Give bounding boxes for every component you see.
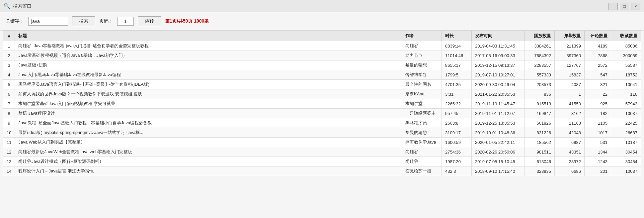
cell-pubtime: 2019-07-10 19:27:01 (472, 70, 525, 80)
cell-num: 6 (3, 89, 15, 99)
cell-title: Java教程_超全面Java基础入门教程，零基础小白自学Java编程必备教... (15, 118, 402, 128)
col-header-num: # (3, 31, 15, 41)
cell-pubtime: 2021-01-22 20:35:53 (472, 89, 525, 99)
col-header-plays: 播放数量 (525, 31, 555, 41)
cell-author: 尚硅谷 (402, 157, 442, 166)
cell-comments: 1243 (585, 157, 611, 166)
cell-pubtime: 2020-02-26 20:50:06 (472, 147, 525, 157)
keyword-label: 关键字： (6, 18, 24, 24)
cell-plays: 208573 (525, 80, 555, 89)
cell-favorites: 10041 (611, 80, 641, 89)
search-button[interactable]: 搜索 (72, 16, 95, 26)
table-container: # 标题 作者 时长 发布时间 播放数量 弹幕数量 评论数量 收藏数量 1 尚硅… (0, 31, 644, 218)
keyword-input[interactable] (28, 17, 68, 26)
cell-duration: 1799:5 (442, 70, 472, 80)
cell-author: 动力节点 (402, 51, 442, 60)
cell-plays: 7684392 (525, 51, 555, 60)
cell-duration: 2754:36 (442, 147, 472, 157)
cell-bullets: 15837 (555, 70, 585, 80)
cell-pubtime: 2019-10-01 10:48:36 (472, 128, 525, 138)
table-row[interactable]: 8 翁恺 Java程序设计 一只随缘阿婆主 957:45 2019-11-01 … (3, 109, 641, 118)
page-label: 页码： (99, 18, 113, 24)
cell-plays: 557333 (525, 70, 555, 80)
cell-duration: 3109:17 (442, 128, 472, 138)
table-row[interactable]: 10 最新(idea版) mybatis-spring-springmvc-Ja… (3, 128, 641, 138)
title-bar: 🔍 搜索窗口 － □ × (0, 0, 644, 12)
cell-num: 1 (3, 41, 15, 51)
cell-author: 黎曼的猜想 (402, 128, 442, 138)
table-row[interactable]: 1 尚硅谷_Java零基础教程-java入门必备-适合初学者的全套完整版教程..… (3, 41, 641, 51)
table-row[interactable]: 14 程序设计入门－Java语言 浙江大学翁恺 变兄哈苏一搜 432:3 201… (3, 166, 641, 176)
cell-title: 求知讲堂零基础Java入门编程视频教程 学完可就业 (15, 99, 402, 109)
table-row[interactable]: 3 Java基础+进阶 黎曼的猜想 8655:17 2019-12-15 09:… (3, 60, 641, 70)
table-row[interactable]: 7 求知讲堂零基础Java入门编程视频教程 学完可就业 求知讲堂 2265:32… (3, 99, 641, 109)
cell-plays: 815513 (525, 99, 555, 109)
cell-title: Java Web从入门到实战【完整版】 (15, 138, 402, 147)
cell-title: Java基础+进阶 (15, 60, 402, 70)
toolbar: 关键字： 搜索 页码： 跳转 第1页/共50页 1000条 (0, 12, 644, 31)
cell-favorites: 10037 (611, 166, 641, 176)
cell-pubtime: 2019-12-25 13:35:53 (472, 118, 525, 128)
table-body: 1 尚硅谷_Java零基础教程-java入门必备-适合初学者的全套完整版教程..… (3, 41, 641, 176)
restore-button[interactable]: □ (620, 3, 629, 10)
table-row[interactable]: 4 Java入门/黑马Java零基础Java在线教程最新Java编程 传智博学谷… (3, 70, 641, 80)
cell-num: 3 (3, 60, 15, 70)
cell-comments: 7868 (585, 51, 611, 60)
page-input[interactable] (117, 17, 134, 26)
cell-bullets: 6987 (555, 138, 585, 147)
col-header-favorites: 收藏数量 (611, 31, 641, 41)
cell-comments: 925 (585, 99, 611, 109)
cell-author: 黑马程序员 (402, 118, 442, 128)
cell-bullets: 4087 (555, 80, 585, 89)
cell-title: 最新(idea版) mybatis-spring-springmvc-Java一… (15, 128, 402, 138)
table-row[interactable]: 2 Java零基础教程视频（适合Java 0基础，Java初学入门） 动力节点 … (3, 51, 641, 60)
cell-duration: 1987:20 (442, 157, 472, 166)
cell-plays: 323835 (525, 166, 555, 176)
cell-title: 尚硅谷_Java零基础教程-java入门必备-适合初学者的全套完整版教程... (15, 41, 402, 51)
cell-bullets: 21163 (555, 118, 585, 128)
cell-author: 黎曼的猜想 (402, 60, 442, 70)
table-row[interactable]: 6 如何入坑我的世界Java版？一个视频教你下载游戏 安装模组 皮肤 奈奈KAn… (3, 89, 641, 99)
cell-title: 黑马程序员Java语言入门到精通-【基础+高级】-附全套资料(IDEA版) (15, 80, 402, 89)
table-row[interactable]: 13 尚硅谷Java设计模式（图解+框架源码剖析） 尚硅谷 1987:20 20… (3, 157, 641, 166)
cell-favorites: 85086 (611, 41, 641, 51)
cell-title: 翁恺 Java程序设计 (15, 109, 402, 118)
cell-favorites: 10037 (611, 109, 641, 118)
cell-favorites: 55587 (611, 60, 641, 70)
cell-author: 奈奈KAna (402, 89, 442, 99)
window-icon: 🔍 (4, 3, 10, 10)
cell-comments: 182 (585, 109, 611, 118)
cell-duration: 957:45 (442, 109, 472, 118)
cell-favorites: 10187 (611, 138, 641, 147)
close-button[interactable]: × (631, 3, 640, 10)
jump-button[interactable]: 跳转 (138, 16, 161, 26)
window-title: 搜索窗口 (13, 3, 608, 9)
table-row[interactable]: 5 黑马程序员Java语言入门到精通-【基础+高级】-附全套资料(IDEA版) … (3, 80, 641, 89)
table-row[interactable]: 11 Java Web从入门到实战【完整版】 楠哥教你学Java 1600:59… (3, 138, 641, 147)
cell-plays: 836 (525, 89, 555, 99)
cell-duration: 432:3 (442, 166, 472, 176)
cell-plays: 3384261 (525, 41, 555, 51)
table-row[interactable]: 9 Java教程_超全面Java基础入门教程，零基础小白自学Java编程必备教.… (3, 118, 641, 128)
search-window: 🔍 搜索窗口 － □ × 关键字： 搜索 页码： 跳转 第1页/共50页 100… (0, 0, 644, 218)
table-header-row: # 标题 作者 时长 发布时间 播放数量 弹幕数量 评论数量 收藏数量 (3, 31, 641, 41)
cell-plays: 169847 (525, 109, 555, 118)
cell-comments: 2572 (585, 60, 611, 70)
table-row[interactable]: 12 尚硅谷最新版JavaWeb全套教程,java web零基础入门完整版 尚硅… (3, 147, 641, 157)
minimize-button[interactable]: － (608, 3, 618, 10)
cell-favorites: 116 (611, 89, 641, 99)
cell-num: 5 (3, 80, 15, 89)
cell-num: 12 (3, 147, 15, 157)
results-table: # 标题 作者 时长 发布时间 播放数量 弹幕数量 评论数量 收藏数量 1 尚硅… (3, 31, 641, 176)
cell-duration: 2663:8 (442, 118, 472, 128)
cell-bullets: 28972 (555, 157, 585, 166)
col-header-bullets: 弹幕数量 (555, 31, 585, 41)
cell-num: 4 (3, 70, 15, 80)
cell-duration: 8839:14 (442, 41, 472, 51)
cell-author: 变兄哈苏一搜 (402, 166, 442, 176)
cell-bullets: 3162 (555, 109, 585, 118)
cell-pubtime: 2019-11-19 11:45:47 (472, 99, 525, 109)
cell-plays: 831226 (525, 128, 555, 138)
cell-pubtime: 2020-01-05 22:42:11 (472, 138, 525, 147)
cell-comments: 1017 (585, 128, 611, 138)
